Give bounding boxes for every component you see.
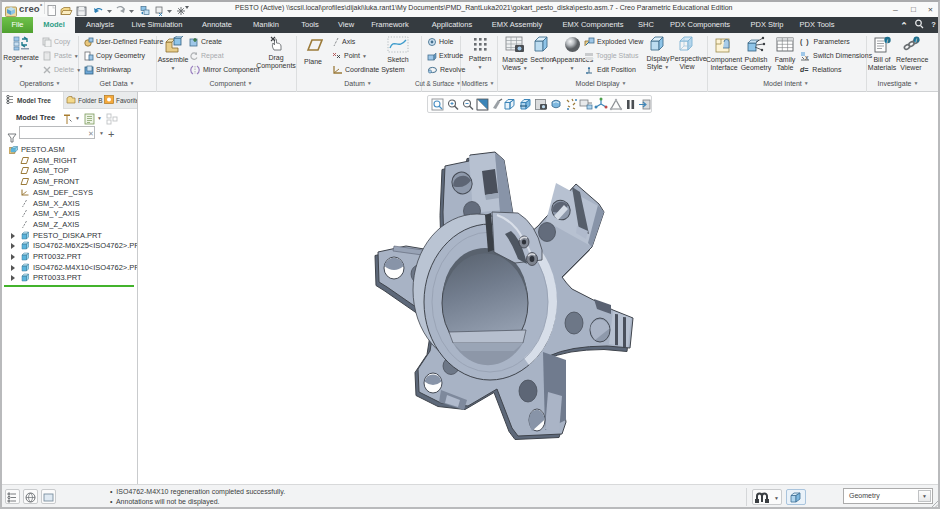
- svg-text:x: x: [805, 54, 809, 61]
